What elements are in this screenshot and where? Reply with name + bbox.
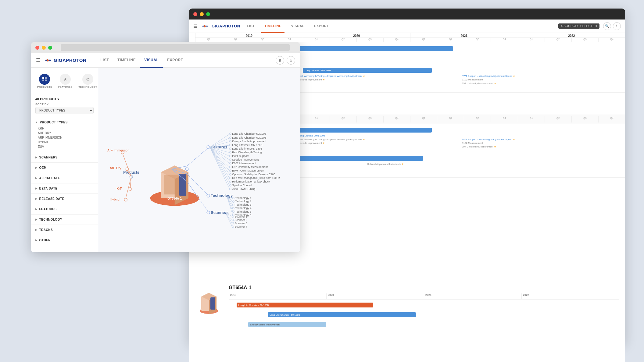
svg-text:Long Life Chamber 50/100B: Long Life Chamber 50/100B (232, 132, 267, 135)
svg-text:Long Lifetime LMN 180B: Long Lifetime LMN 180B (232, 147, 262, 150)
arrow-right-icon-8: ▶ (35, 229, 38, 231)
hamburger-icon[interactable]: ☰ (36, 57, 40, 63)
filter-release-date-header[interactable]: ▶ RELEASE DATE (31, 196, 98, 202)
tl-green[interactable] (206, 12, 210, 16)
svg-text:Scanner 4: Scanner 4 (234, 225, 247, 228)
bg-hamburger[interactable]: ☰ (193, 24, 197, 29)
main-tl-red[interactable] (35, 46, 39, 50)
svg-rect-10 (179, 174, 186, 196)
svg-text:Scanner 1: Scanner 1 (234, 215, 247, 218)
filter-scanners: ▶ SCANNERS (31, 152, 98, 162)
technology-group-label: Technology (211, 193, 233, 198)
filter-beta-date-header[interactable]: ▶ BETA DATE (31, 185, 98, 192)
bg-logo: GIGAPHOTON (201, 23, 240, 29)
bottom-detail-section: GT654A-1 2019 2020 2021 2022 Long Life C… (189, 280, 625, 362)
filter-product-types-items: KRF ARF DRY ARF IMMERSION HYBRID EUV (31, 126, 98, 150)
year-2021: 2021 Q1 Q2 Q3 Q4 (410, 33, 518, 42)
bg-search-icon[interactable]: 🔍 (603, 22, 611, 30)
year-2020: 2020 Q1 Q2 Q3 Q4 (303, 33, 410, 42)
timeline-year-header: 2019 Q1 Q2 Q3 Q4 2020 Q1 Q2 Q3 Q4 (189, 33, 625, 42)
main-tl-green[interactable] (48, 46, 52, 50)
features-icon: ★ (60, 74, 71, 85)
bg-icon-btns: 🔍 ℹ (603, 22, 621, 30)
filter-product-types-header[interactable]: ▼ PRODUCT TYPES (31, 119, 98, 126)
tl-red[interactable] (193, 12, 197, 16)
sort-select[interactable]: PRODUCT TYPES (35, 107, 94, 114)
filter-other-header[interactable]: ▶ OTHER (31, 237, 98, 243)
app-navbar: ☰ GIGAPHOTON LIST TIMELINE VISUAL EXPORT… (31, 53, 300, 68)
svg-text:Technology 2: Technology 2 (235, 200, 251, 203)
sidebar-technology-tab[interactable]: ⚙ TECHNOLOGY (75, 72, 98, 90)
tl-yellow[interactable] (200, 12, 204, 16)
bg-tab-list[interactable]: LIST (244, 20, 258, 33)
url-bar[interactable] (61, 44, 290, 51)
mindmap-svg: GT654A-1 Products ArF Immersion ArF Dry … (98, 68, 300, 252)
filter-tracks-header[interactable]: ▶ TRACKS (31, 227, 98, 233)
app-body: PRODUCTS ★ FEATURES ⚙ TECHNOLOGY 40 PROD… (31, 68, 300, 252)
filter-other-label: OTHER (39, 239, 51, 242)
filter-features-label: FEATURES (39, 208, 57, 211)
tab-timeline[interactable]: TIMELINE (113, 53, 140, 68)
arf-dry-label: ArF Dry (110, 166, 121, 170)
technology-icon: ⚙ (82, 74, 93, 85)
svg-rect-3 (45, 80, 47, 81)
filter-scanners-header[interactable]: ▶ SCANNERS (31, 154, 98, 161)
filter-tracks: ▶ TRACKS (31, 225, 98, 235)
search-icon-btn[interactable]: ⊕ (276, 56, 284, 65)
products-label: PRODUCTS (37, 86, 52, 88)
product-detail-content: GT654A-1 2019 2020 2021 2022 Long Life C… (229, 285, 619, 354)
svg-text:Scanner 3: Scanner 3 (234, 222, 247, 225)
nav-icons: ⊕ ℹ (276, 56, 295, 65)
sidebar-features-tab[interactable]: ★ FEATURES (55, 72, 76, 90)
filter-technology-header[interactable]: ▶ TECHNOLOGY (31, 216, 98, 223)
sources-badge[interactable]: 4 SOURCES SELECTED (558, 23, 599, 29)
filter-alpha-date: ▶ ALPHA DATE (31, 173, 98, 183)
filter-features-header[interactable]: ▶ FEATURES (31, 206, 98, 212)
filter-item-arfdry[interactable]: ARF DRY (38, 131, 94, 135)
filter-technology: ▶ TECHNOLOGY (31, 214, 98, 225)
svg-text:Helium Mitigation at leak chec: Helium Mitigation at leak check (232, 180, 270, 183)
scanners-group-label: Scanners (211, 210, 229, 215)
tab-visual[interactable]: VISUAL (140, 53, 163, 68)
svg-text:Technology 5: Technology 5 (235, 210, 251, 213)
year-2022: 2022 Q1 Q2 Q3 Q4 (518, 33, 625, 42)
filter-product-types-label: PRODUCT TYPES (40, 121, 68, 124)
arrow-right-icon-3: ▶ (35, 177, 38, 179)
product-mini-timeline: 2019 2020 2021 2022 Long Life Chamber 20… (229, 293, 619, 354)
bg-titlebar (189, 9, 625, 20)
filter-alpha-date-header[interactable]: ▶ ALPHA DATE (31, 175, 98, 181)
product-detail-label: GT654A-1 (229, 285, 619, 290)
svg-text:Auto Power Tuning: Auto Power Tuning (232, 187, 255, 190)
mini-bar-row-2: Long Life Chamber 60/120B (229, 311, 619, 320)
product-thumbnail (195, 285, 223, 318)
sidebar-products-tab[interactable]: PRODUCTS (34, 72, 55, 90)
main-tl-yellow[interactable] (42, 46, 46, 50)
svg-text:Technology 1: Technology 1 (235, 197, 251, 200)
bg-tab-export[interactable]: EXPORT (311, 20, 332, 33)
filter-technology-label: TECHNOLOGY (39, 218, 63, 221)
filter-item-krf[interactable]: KRF (38, 126, 94, 131)
filter-oem-header[interactable]: ▶ OEM (31, 165, 98, 171)
bg-tab-visual[interactable]: VISUAL (288, 20, 307, 33)
arrow-right-icon-6: ▶ (35, 208, 38, 211)
arrow-right-icon-2: ▶ (35, 166, 38, 169)
filter-oem-label: OEM (39, 166, 47, 169)
bg-info-icon[interactable]: ℹ (613, 22, 621, 30)
tab-export[interactable]: EXPORT (163, 53, 187, 68)
info-icon-btn[interactable]: ℹ (287, 56, 295, 65)
filter-item-hybrid[interactable]: HYBRID (38, 140, 94, 144)
svg-rect-4 (98, 93, 300, 227)
svg-text:Long Lifetime LMN 120B: Long Lifetime LMN 120B (232, 144, 262, 147)
bg-tab-timeline[interactable]: TIMELINE (261, 20, 284, 33)
svg-text:GT654A-1: GT654A-1 (167, 197, 182, 200)
filter-item-arfimmersion[interactable]: ARF IMMERSION (38, 135, 94, 140)
tab-list[interactable]: LIST (96, 53, 113, 68)
svg-text:Technology 3: Technology 3 (235, 203, 251, 206)
svg-rect-2 (42, 80, 44, 81)
filter-item-euv[interactable]: EUV (38, 144, 94, 149)
svg-text:Rep rate changeable(20%) from : Rep rate changeable(20%) from 11kHz (232, 176, 280, 179)
svg-text:Long Life Chamber 60/120B: Long Life Chamber 60/120B (232, 136, 267, 139)
arf-immersion-label: ArF Immersion (107, 148, 129, 152)
filter-product-types: ▼ PRODUCT TYPES KRF ARF DRY ARF IMMERSIO… (31, 117, 98, 152)
filter-tracks-label: TRACKS (39, 228, 53, 232)
